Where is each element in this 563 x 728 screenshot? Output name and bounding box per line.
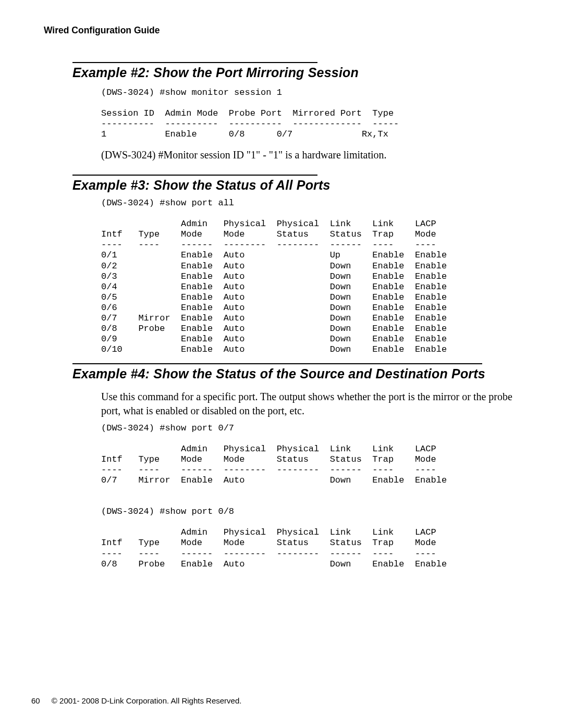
section-rule xyxy=(72,62,317,63)
running-header: Wired Configuration Guide xyxy=(44,25,519,36)
page-footer: 60 © 2001- 2008 D-Link Corporation. All … xyxy=(31,696,241,705)
section-rule xyxy=(72,175,317,176)
ex2-note: (DWS-3024) #Monitor session ID "1" - "1"… xyxy=(101,148,518,162)
page-number: 60 xyxy=(31,696,40,705)
section-title-ex3: Example #3: Show the Status of All Ports xyxy=(72,178,519,193)
copyright: © 2001- 2008 D-Link Corporation. All Rig… xyxy=(52,696,242,705)
cli-ex4: (DWS-3024) #show port 0/7 Admin Physical… xyxy=(101,423,519,570)
section-title-ex2: Example #2: Show the Port Mirroring Sess… xyxy=(72,65,519,80)
section-rule xyxy=(72,363,482,364)
cli-ex2: (DWS-3024) #show monitor session 1 Sessi… xyxy=(101,88,519,140)
cli-ex3: (DWS-3024) #show port all Admin Physical… xyxy=(101,198,519,355)
section-title-ex4: Example #4: Show the Status of the Sourc… xyxy=(72,366,519,381)
ex4-intro: Use this command for a specific port. Th… xyxy=(101,390,518,418)
